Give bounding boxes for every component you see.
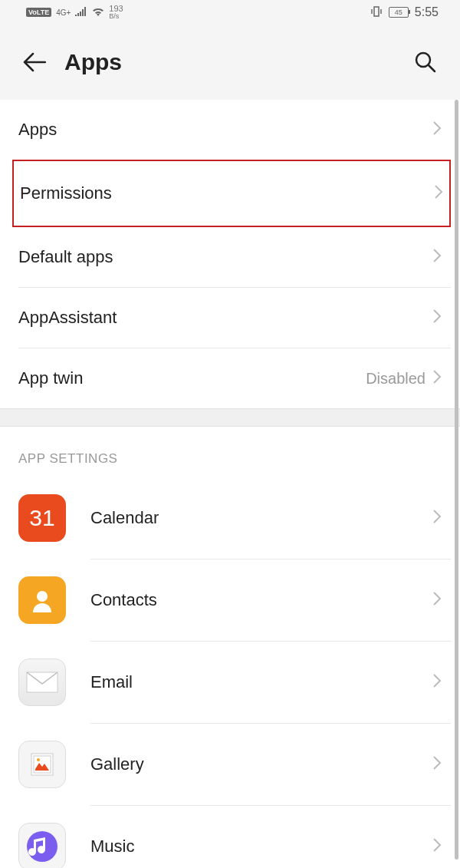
battery-indicator: 45: [389, 7, 409, 18]
menu-value: Disabled: [366, 370, 426, 388]
svg-rect-0: [374, 7, 379, 16]
search-button[interactable]: [412, 49, 439, 75]
signal-icon: [75, 7, 87, 18]
chevron-right-icon: [433, 756, 442, 773]
chevron-right-icon: [435, 185, 443, 202]
menu-item-default-apps[interactable]: Default apps: [0, 227, 460, 287]
chevron-right-icon: [433, 309, 442, 326]
menu-label: Default apps: [18, 247, 433, 267]
svg-line-4: [429, 65, 435, 71]
status-bar: VoLTE 4G+ 193 B/s 45 5:55: [0, 0, 460, 25]
volte-indicator: VoLTE: [26, 8, 51, 17]
chevron-right-icon: [433, 674, 442, 691]
app-label: Calendar: [90, 508, 433, 528]
header: Apps: [0, 25, 460, 100]
menu-label: Permissions: [20, 183, 435, 203]
menu-item-apps[interactable]: Apps: [0, 100, 460, 160]
menu-label: AppAssistant: [18, 308, 433, 328]
wifi-icon: [92, 7, 104, 18]
app-item-email[interactable]: Email: [0, 642, 460, 723]
app-item-calendar[interactable]: 31 Calendar: [0, 477, 460, 559]
menu-item-permissions[interactable]: Permissions: [14, 161, 449, 226]
app-label: Email: [90, 672, 433, 692]
app-label: Gallery: [90, 754, 433, 774]
vibrate-icon: [370, 6, 383, 19]
music-icon: [18, 823, 66, 868]
content-area: Apps Permissions Default apps AppAssista…: [0, 100, 460, 868]
chevron-right-icon: [433, 121, 442, 138]
back-button[interactable]: [21, 49, 48, 75]
status-left: VoLTE 4G+ 193 B/s: [26, 5, 123, 20]
app-item-gallery[interactable]: Gallery: [0, 724, 460, 805]
search-icon: [414, 51, 437, 74]
status-right: 45 5:55: [370, 5, 439, 19]
svg-point-9: [37, 758, 40, 761]
chevron-right-icon: [433, 249, 442, 266]
menu-item-app-twin[interactable]: App twin Disabled: [0, 348, 460, 408]
app-item-music[interactable]: Music: [0, 806, 460, 868]
chevron-right-icon: [433, 592, 442, 609]
back-arrow-icon: [23, 52, 46, 72]
menu-label: App twin: [18, 368, 366, 388]
gallery-icon: [18, 741, 66, 788]
section-gap: [0, 408, 460, 427]
email-icon: [18, 658, 66, 706]
calendar-icon: 31: [18, 494, 66, 542]
chevron-right-icon: [433, 370, 442, 387]
chevron-right-icon: [433, 510, 442, 526]
page-title: Apps: [64, 49, 396, 75]
time-display: 5:55: [415, 5, 439, 19]
scrollbar[interactable]: [455, 100, 458, 860]
menu-item-app-assistant[interactable]: AppAssistant: [0, 288, 460, 348]
app-item-contacts[interactable]: Contacts: [0, 559, 460, 641]
app-label: Contacts: [90, 590, 433, 610]
highlight-permissions: Permissions: [12, 160, 451, 227]
chevron-right-icon: [433, 838, 442, 855]
network-indicator: 4G+: [56, 8, 71, 17]
section-header-app-settings: APP SETTINGS: [0, 427, 460, 477]
app-label: Music: [90, 837, 433, 856]
svg-point-5: [37, 591, 48, 602]
network-speed: 193 B/s: [109, 5, 123, 20]
menu-label: Apps: [18, 120, 433, 140]
contacts-icon: [18, 576, 66, 624]
